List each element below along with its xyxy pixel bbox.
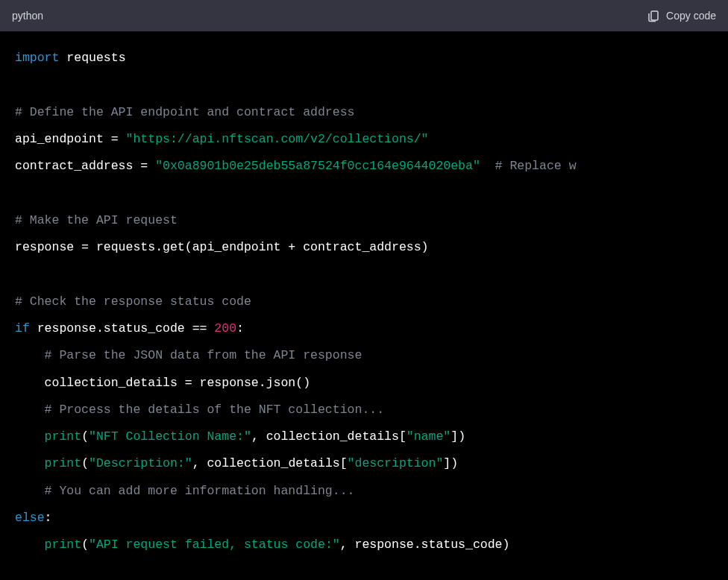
code-line: import requests (15, 51, 126, 65)
code-line: # Define the API endpoint and contract a… (15, 105, 354, 119)
code-line: # Check the response status code (15, 294, 251, 309)
language-label: python (12, 10, 43, 22)
code-line: else: (15, 511, 52, 525)
code-header: python Copy code (0, 0, 728, 31)
code-line: print("NFT Collection Name:", collection… (15, 429, 465, 444)
code-line: # Make the API request (15, 213, 178, 227)
copy-code-label: Copy code (666, 10, 716, 22)
copy-code-button[interactable]: Copy code (647, 9, 716, 22)
code-line: collection_details = response.json() (15, 376, 310, 390)
code-line: api_endpoint = "https://api.nftscan.com/… (15, 132, 429, 146)
code-line: print("API request failed, status code:"… (15, 538, 509, 552)
code-line: # Parse the JSON data from the API respo… (15, 348, 362, 362)
code-line: response = requests.get(api_endpoint + c… (15, 240, 429, 254)
code-line: print("Description:", collection_details… (15, 456, 458, 470)
clipboard-icon (647, 9, 660, 22)
code-line: # Process the details of the NFT collect… (15, 403, 384, 417)
code-line: contract_address = "0x0a8901b0e25deb55a8… (15, 159, 577, 173)
code-line: # You can add more information handling.… (15, 484, 354, 498)
code-block: import requests # Define the API endpoin… (0, 31, 728, 573)
code-line: if response.status_code == 200: (15, 321, 244, 335)
svg-rect-0 (651, 11, 658, 20)
